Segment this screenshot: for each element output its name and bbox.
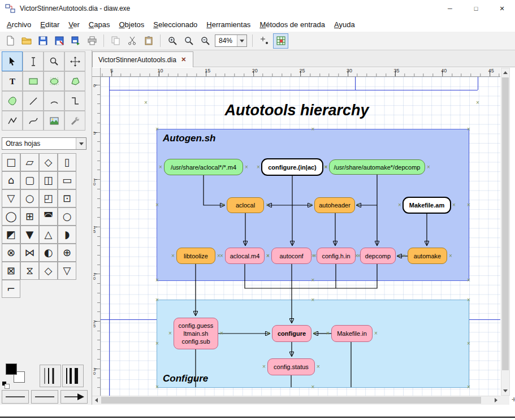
scroll-up-arrow-icon[interactable] <box>501 68 509 77</box>
shape-split-square[interactable]: ◩ <box>2 226 20 244</box>
shape-rounded-square[interactable]: ▢ <box>20 171 39 189</box>
node-libtoolize[interactable]: libtoolize <box>176 248 215 264</box>
shape-rounded-rectangle[interactable]: ▭ <box>58 171 76 189</box>
open-diagram-button[interactable] <box>19 33 34 49</box>
shape-notched-square[interactable]: ◰ <box>39 189 58 207</box>
copy-button[interactable] <box>108 33 123 49</box>
horizontal-scrollbar[interactable] <box>92 396 500 405</box>
menu-editar[interactable]: Editar <box>36 18 64 31</box>
menu-ver[interactable]: Ver <box>64 18 84 31</box>
node-makefile-am[interactable]: Makefile.am <box>403 197 451 214</box>
line-begin-style-button[interactable] <box>2 390 29 404</box>
node-config-status[interactable]: config.status <box>267 358 315 375</box>
cut-button[interactable] <box>124 33 140 49</box>
print-button[interactable] <box>84 33 99 49</box>
horizontal-scrollbar-thumb[interactable] <box>101 397 481 404</box>
toggle-grid-button[interactable] <box>273 33 288 49</box>
shape-half-circle-left[interactable]: ◐ <box>39 244 58 262</box>
shape-circle-cross[interactable]: ⊗ <box>2 244 20 262</box>
shape-hourglass[interactable]: ⧖ <box>20 262 39 280</box>
shape-square[interactable]: □ <box>2 153 20 171</box>
shape-framed-square[interactable]: ⊡ <box>58 189 76 207</box>
menu-métodos-de-entrada[interactable]: Métodos de entrada <box>255 18 330 31</box>
tool-polyline[interactable] <box>2 111 23 131</box>
scroll-left-arrow-icon[interactable] <box>92 396 101 404</box>
shape-octagon[interactable]: ○ <box>20 189 39 207</box>
tool-bezierline[interactable] <box>23 111 44 131</box>
shape-circle-plus[interactable]: ⊕ <box>58 244 76 262</box>
line-width-thin-button[interactable] <box>40 365 61 387</box>
node-config-guess-group[interactable]: config.guess ltmain.sh config.sub <box>174 318 218 349</box>
tool-text[interactable]: T <box>2 71 23 91</box>
shape-cube[interactable]: ⊞ <box>20 207 39 226</box>
tool-outline[interactable] <box>64 111 85 131</box>
tool-magnify[interactable] <box>44 51 64 71</box>
zoom-dropdown-arrow-icon[interactable] <box>237 35 246 46</box>
close-button[interactable]: ✕ <box>489 0 515 17</box>
diagram-canvas[interactable]: Autotools hierarchy Autogen.sh Configure <box>101 77 500 396</box>
vertical-scrollbar-thumb[interactable] <box>502 77 509 370</box>
save-button[interactable] <box>35 33 50 49</box>
menu-seleccionado[interactable]: Seleccionado <box>149 18 202 31</box>
tool-beziergon[interactable] <box>2 91 23 111</box>
shape-half-circle-right[interactable]: ◗ <box>58 226 76 244</box>
zoom-combobox[interactable]: 84% <box>215 34 247 47</box>
reset-colors-icon[interactable] <box>2 382 9 388</box>
tool-image[interactable] <box>44 111 64 131</box>
tool-arc[interactable] <box>44 91 64 111</box>
new-diagram-button[interactable] <box>2 33 18 49</box>
shape-corner[interactable]: ⌐ <box>2 280 20 298</box>
shape-circle[interactable]: ○ <box>58 207 76 226</box>
color-selector[interactable] <box>2 362 35 389</box>
zoom-out-button[interactable] <box>197 33 213 49</box>
line-width-thick-button[interactable] <box>62 365 84 387</box>
tab-close-icon[interactable] <box>180 57 187 63</box>
shape-triangle-down-filled[interactable]: ▼ <box>20 226 39 244</box>
shape-diamond[interactable]: ◇ <box>39 153 58 171</box>
sheet-selector[interactable]: Otras hojas <box>2 137 86 150</box>
tool-modify[interactable] <box>2 51 23 71</box>
shape-trapezoid[interactable]: ▽ <box>2 189 20 207</box>
shape-pentagon[interactable]: ⌂ <box>2 171 20 189</box>
foreground-color-swatch[interactable] <box>6 363 17 375</box>
canvas-grip-icon[interactable] <box>510 396 515 403</box>
menu-herramientas[interactable]: Herramientas <box>202 18 255 31</box>
node-autoheader[interactable]: autoheader <box>314 197 355 213</box>
shape-cylinder[interactable]: ◫ <box>39 171 58 189</box>
node-configure[interactable]: configure <box>272 325 311 342</box>
paste-button[interactable] <box>141 33 156 49</box>
line-end-style-button[interactable] <box>60 390 88 404</box>
menu-ayuda[interactable]: Ayuda <box>330 18 360 31</box>
shape-triangle-up[interactable]: △ <box>39 226 58 244</box>
scroll-right-arrow-icon[interactable] <box>492 396 500 404</box>
menu-archivo[interactable]: Archivo <box>2 18 36 31</box>
shape-half-round[interactable]: ◚ <box>39 207 58 226</box>
document-tab[interactable]: VictorStinnerAutotools.dia <box>92 51 193 67</box>
tool-box[interactable] <box>23 71 44 91</box>
node-makefile-in[interactable]: Makefile.in <box>331 325 373 342</box>
sheet-dropdown-arrow-icon[interactable] <box>76 138 86 149</box>
tool-polygon[interactable] <box>64 71 85 91</box>
shape-vertical-rectangle[interactable]: ▯ <box>58 153 76 171</box>
node-depcomp[interactable]: depcomp <box>360 248 396 264</box>
shape-triangle-down[interactable]: ▽ <box>58 262 76 280</box>
node-automake-depcomp[interactable]: /usr/share/automake*/depcomp <box>329 159 425 175</box>
snap-to-objects-button[interactable] <box>257 33 272 49</box>
node-aclocal[interactable]: aclocal <box>227 197 264 213</box>
node-aclocal-m4[interactable]: aclocal.m4 <box>225 248 265 264</box>
zoom-in-button[interactable] <box>165 33 180 49</box>
tool-text-edit[interactable] <box>23 51 44 71</box>
node-configure-in-ac[interactable]: configure.(in|ac) <box>261 158 323 176</box>
export-button[interactable] <box>68 33 83 49</box>
minimize-button[interactable]: ─ <box>437 0 463 17</box>
maximize-button[interactable]: □ <box>463 0 489 17</box>
line-style-button[interactable] <box>31 390 58 404</box>
vertical-scrollbar[interactable] <box>501 68 510 396</box>
node-autoconf[interactable]: autoconf <box>271 248 311 264</box>
tool-zigzagline[interactable] <box>64 91 85 111</box>
scroll-down-arrow-icon[interactable] <box>501 387 509 395</box>
menu-capas[interactable]: Capas <box>84 18 115 31</box>
tool-ellipse[interactable] <box>44 71 64 91</box>
node-automake[interactable]: automake <box>408 248 447 264</box>
shape-boxed-x[interactable]: ⊠ <box>2 262 20 280</box>
